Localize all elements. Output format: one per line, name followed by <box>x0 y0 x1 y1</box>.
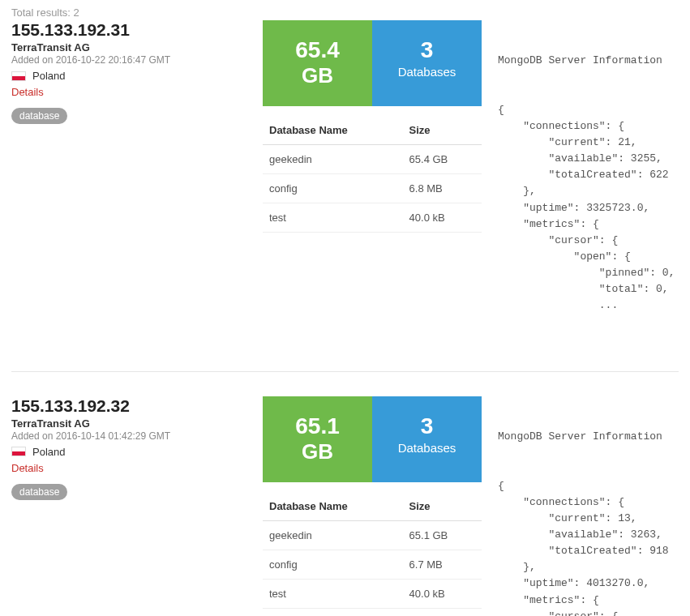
stat-size-unit: GB <box>269 439 366 464</box>
total-results-label: Total results: 2 <box>11 6 679 19</box>
stat-db-count: 3 <box>379 38 475 63</box>
col-header-name: Database Name <box>263 492 403 521</box>
stats-row: 65.1 GB 3 Databases <box>263 396 482 482</box>
server-info-title: MongoDB Server Information <box>498 429 679 445</box>
db-name-cell: test <box>263 579 403 608</box>
database-tbody: geekedin65.4 GBconfig6.8 MBtest40.0 kB <box>263 144 482 232</box>
flag-icon <box>11 447 26 456</box>
country-label: Poland <box>32 70 65 82</box>
database-table: Database Name Size geekedin65.4 GBconfig… <box>263 116 482 233</box>
stats-row: 65.4 GB 3 Databases <box>263 20 482 106</box>
table-row: test40.0 kB <box>263 203 482 232</box>
added-timestamp: Added on 2016-10-14 01:42:29 GMT <box>11 430 246 442</box>
db-name-cell: geekedin <box>263 520 403 550</box>
db-size-cell: 40.0 kB <box>403 203 482 232</box>
stat-databases: 3 Databases <box>372 396 482 482</box>
database-tbody: geekedin65.1 GBconfig6.7 MBtest40.0 kB <box>263 520 482 608</box>
db-size-cell: 65.4 GB <box>403 144 482 173</box>
tag-database[interactable]: database <box>11 108 67 124</box>
details-link[interactable]: Details <box>11 462 246 474</box>
db-name-cell: config <box>263 173 403 203</box>
col-header-name: Database Name <box>263 116 403 145</box>
db-size-cell: 40.0 kB <box>403 579 482 608</box>
db-size-cell: 65.1 GB <box>403 520 482 550</box>
table-row: config6.8 MB <box>263 173 482 203</box>
db-name-cell: config <box>263 550 403 579</box>
stat-size: 65.1 GB <box>263 396 372 482</box>
col-header-size: Size <box>403 492 482 521</box>
organization: TerraTransit AG <box>11 417 246 430</box>
details-link[interactable]: Details <box>11 86 246 98</box>
server-info-json: { "connections": { "current": 13, "avail… <box>498 478 679 616</box>
db-name-cell: test <box>263 203 403 232</box>
organization: TerraTransit AG <box>11 41 246 53</box>
tag-database[interactable]: database <box>11 484 67 500</box>
result-row: 155.133.192.32 TerraTransit AG Added on … <box>11 396 679 616</box>
stat-size: 65.4 GB <box>263 20 372 106</box>
stat-db-label: Databases <box>379 441 475 455</box>
server-info-title: MongoDB Server Information <box>498 53 679 69</box>
ip-address[interactable]: 155.133.192.32 <box>11 396 246 416</box>
stat-databases: 3 Databases <box>372 20 482 106</box>
table-row: test40.0 kB <box>263 579 482 608</box>
stat-size-value: 65.1 <box>269 414 366 439</box>
col-header-size: Size <box>403 116 482 145</box>
country-label: Poland <box>32 446 65 458</box>
table-row: geekedin65.1 GB <box>263 520 482 550</box>
db-size-cell: 6.8 MB <box>403 173 482 203</box>
server-info-json: { "connections": { "current": 21, "avail… <box>498 102 679 314</box>
stat-size-value: 65.4 <box>269 38 366 63</box>
ip-address[interactable]: 155.133.192.31 <box>11 20 246 40</box>
stat-db-label: Databases <box>379 65 475 79</box>
added-timestamp: Added on 2016-10-22 20:16:47 GMT <box>11 54 246 66</box>
db-name-cell: geekedin <box>263 144 403 173</box>
db-size-cell: 6.7 MB <box>403 550 482 579</box>
table-row: config6.7 MB <box>263 550 482 579</box>
flag-icon <box>11 71 26 81</box>
result-row: 155.133.192.31 TerraTransit AG Added on … <box>11 20 679 372</box>
table-row: geekedin65.4 GB <box>263 144 482 173</box>
stat-size-unit: GB <box>269 63 366 88</box>
database-table: Database Name Size geekedin65.1 GBconfig… <box>263 492 482 609</box>
stat-db-count: 3 <box>379 414 475 439</box>
